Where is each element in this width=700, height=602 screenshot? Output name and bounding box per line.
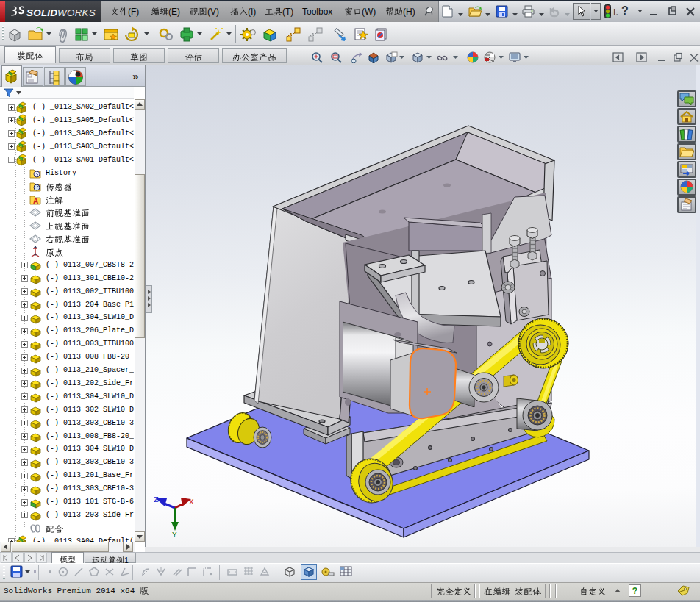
svg-text:WORKS: WORKS — [57, 7, 96, 18]
svg-text:X: X — [189, 498, 194, 506]
svg-text:Z: Z — [154, 495, 159, 504]
svg-text:A: A — [33, 197, 38, 205]
svg-text:SOLID: SOLID — [26, 7, 57, 18]
svg-text:Y: Y — [172, 531, 177, 540]
